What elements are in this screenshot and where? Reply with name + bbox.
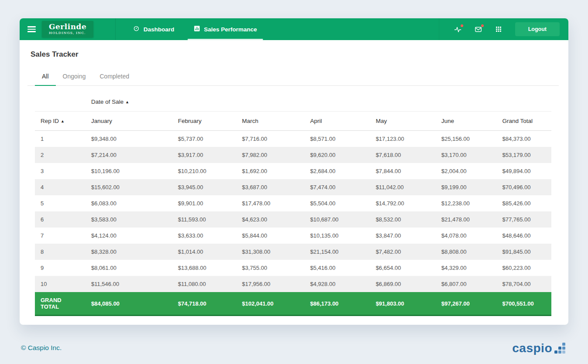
table-cell: $60,223.00 bbox=[496, 260, 551, 276]
nav-item-label: Dashboard bbox=[144, 26, 174, 33]
table-cell: 8 bbox=[35, 244, 85, 260]
table-cell: $48,646.00 bbox=[496, 228, 551, 244]
navbar-actions: Logout bbox=[439, 18, 568, 40]
grand-total-cell: $74,718.00 bbox=[172, 292, 236, 316]
tab-all[interactable]: All bbox=[35, 66, 56, 85]
table-cell: $21,154.00 bbox=[304, 244, 370, 260]
table-cell: $9,199.00 bbox=[436, 179, 497, 195]
table-row: 1$9,348.00$5,737.00$7,716.00$8,571.00$17… bbox=[35, 131, 551, 147]
grand-total-cell: $91,803.00 bbox=[370, 292, 435, 316]
caspio-logo-dots-icon bbox=[554, 343, 565, 354]
caspio-logo-text: caspio bbox=[512, 342, 552, 354]
table-cell: $49,894.00 bbox=[496, 163, 551, 179]
table-cell: $84,373.00 bbox=[496, 131, 551, 147]
notification-dot bbox=[481, 24, 484, 27]
table-cell: $11,546.00 bbox=[85, 276, 172, 292]
table-cell: $4,623.00 bbox=[236, 211, 304, 228]
table-cell: $8,532.00 bbox=[370, 211, 435, 228]
table-cell: $4,329.00 bbox=[436, 260, 497, 276]
table-cell: $3,687.00 bbox=[236, 179, 304, 195]
table-cell: $8,571.00 bbox=[304, 131, 370, 147]
table-cell: $53,179.00 bbox=[496, 147, 551, 163]
table-cell: $8,808.00 bbox=[436, 244, 497, 260]
table-cell: $10,196.00 bbox=[85, 163, 172, 179]
logout-button[interactable]: Logout bbox=[515, 22, 560, 36]
hamburger-menu-icon[interactable] bbox=[27, 26, 36, 32]
table-cell: $5,844.00 bbox=[236, 228, 304, 244]
sort-asc-icon: ▲ bbox=[61, 119, 65, 123]
tab-ongoing[interactable]: Ongoing bbox=[56, 66, 93, 85]
column-header-may[interactable]: May bbox=[370, 112, 435, 131]
table-cell: $6,807.00 bbox=[436, 276, 497, 292]
nav-item-label: Sales Performance bbox=[204, 26, 257, 33]
table-cell: $11,593.00 bbox=[172, 211, 236, 228]
table-cell: $1,014.00 bbox=[172, 244, 236, 260]
sales-table: Date of Sale▲ Rep ID▲ January February M… bbox=[35, 92, 551, 316]
table-cell: 5 bbox=[35, 195, 85, 211]
tab-completed[interactable]: Completed bbox=[93, 66, 137, 85]
table-cell: 1 bbox=[35, 131, 85, 147]
table-cell: $6,654.00 bbox=[370, 260, 435, 276]
pulse-icon[interactable] bbox=[454, 26, 462, 33]
table-cell: $4,928.00 bbox=[304, 276, 370, 292]
table-row: 9$8,061.00$13,688.00$3,755.00$5,416.00$6… bbox=[35, 260, 551, 276]
table-cell: $85,426.00 bbox=[496, 195, 551, 211]
nav-item-sales-performance[interactable]: Sales Performance bbox=[184, 18, 267, 40]
table-cell: $17,956.00 bbox=[236, 276, 304, 292]
table-cell: $3,583.00 bbox=[85, 211, 172, 228]
table-cell: $7,214.00 bbox=[85, 147, 172, 163]
grand-total-cell: $84,085.00 bbox=[85, 292, 172, 316]
table-cell: $25,156.00 bbox=[436, 131, 497, 147]
bar-chart-icon bbox=[194, 25, 200, 33]
column-header-march[interactable]: March bbox=[236, 112, 304, 131]
column-header-january[interactable]: January bbox=[85, 112, 172, 131]
grand-total-row: GRAND TOTAL$84,085.00$74,718.00$102,041.… bbox=[35, 292, 551, 316]
group-header-date-of-sale[interactable]: Date of Sale▲ bbox=[85, 92, 551, 112]
table-cell: $7,982.00 bbox=[236, 147, 304, 163]
table-row: 3$10,196.00$10,210.00$1,692.00$2,684.00$… bbox=[35, 163, 551, 179]
table-cell: $7,716.00 bbox=[236, 131, 304, 147]
table-cell: $7,844.00 bbox=[370, 163, 435, 179]
table-cell: $15,602.00 bbox=[85, 179, 172, 195]
table-cell: $11,080.00 bbox=[172, 276, 236, 292]
table-row: 4$15,602.00$3,945.00$3,687.00$7,474.00$1… bbox=[35, 179, 551, 195]
table-cell: $10,135.00 bbox=[304, 228, 370, 244]
column-header-rep-id[interactable]: Rep ID▲ bbox=[35, 112, 85, 131]
grand-total-cell: $86,173.00 bbox=[304, 292, 370, 316]
grand-total-cell: $700,551.00 bbox=[496, 292, 551, 316]
table-cell: $10,687.00 bbox=[304, 211, 370, 228]
table-cell: $7,474.00 bbox=[304, 179, 370, 195]
column-header-grand-total[interactable]: Grand Total bbox=[496, 112, 551, 131]
copyright-text: © Caspio Inc. bbox=[21, 344, 62, 352]
nav-item-dashboard[interactable]: Dashboard bbox=[123, 18, 184, 40]
table-cell: $6,083.00 bbox=[85, 195, 172, 211]
brand-name: Gerlinde bbox=[49, 23, 86, 31]
table-row: 6$3,583.00$11,593.00$4,623.00$10,687.00$… bbox=[35, 211, 551, 228]
column-header-february[interactable]: February bbox=[172, 112, 236, 131]
navbar-left: Gerlinde HOLDINGS, INC. bbox=[20, 18, 116, 40]
brand-subtitle: HOLDINGS, INC. bbox=[49, 31, 86, 35]
table-cell: $9,348.00 bbox=[85, 131, 172, 147]
table-cell: $78,704.00 bbox=[496, 276, 551, 292]
app-window: Gerlinde HOLDINGS, INC. Dashboard Sales … bbox=[20, 18, 568, 325]
column-header-april[interactable]: April bbox=[304, 112, 370, 131]
table-cell: $31,308.00 bbox=[236, 244, 304, 260]
table-cell: $3,170.00 bbox=[436, 147, 497, 163]
notification-dot bbox=[461, 24, 463, 27]
table-cell: $2,684.00 bbox=[304, 163, 370, 179]
column-header-june[interactable]: June bbox=[436, 112, 497, 131]
table-cell: 7 bbox=[35, 228, 85, 244]
table-cell: $91,845.00 bbox=[496, 244, 551, 260]
table-cell: 3 bbox=[35, 163, 85, 179]
tab-bar: All Ongoing Completed bbox=[27, 66, 559, 86]
table-cell: $14,792.00 bbox=[370, 195, 435, 211]
table-cell: 2 bbox=[35, 147, 85, 163]
table-cell: $13,688.00 bbox=[172, 260, 236, 276]
mail-icon[interactable] bbox=[475, 26, 482, 33]
table-cell: $10,210.00 bbox=[172, 163, 236, 179]
table-cell: $3,633.00 bbox=[172, 228, 236, 244]
grand-total-cell: $102,041.00 bbox=[236, 292, 304, 316]
table-cell: $3,847.00 bbox=[370, 228, 435, 244]
table-cell: $9,620.00 bbox=[304, 147, 370, 163]
apps-grid-icon[interactable] bbox=[495, 26, 502, 33]
